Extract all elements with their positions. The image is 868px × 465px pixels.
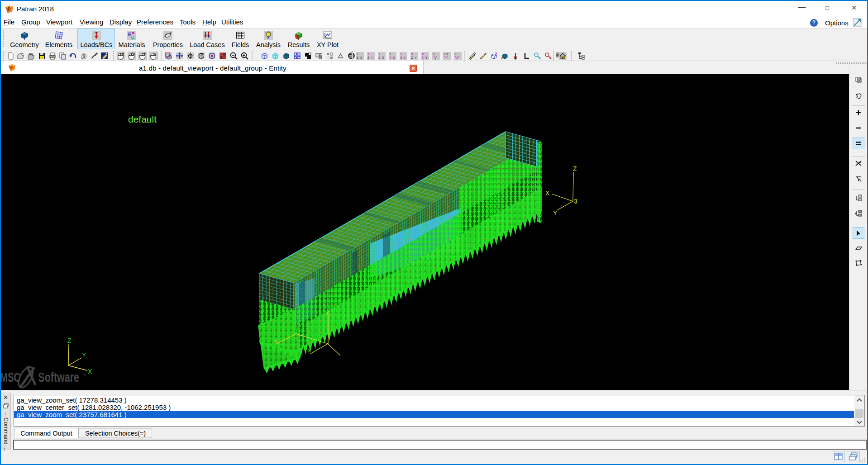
svg-text:X: X [393, 56, 395, 59]
svg-text:®: ® [83, 373, 86, 377]
svg-text:Software: Software [38, 369, 79, 385]
svg-text:MSC: MSC [0, 370, 20, 384]
svg-text:V: V [444, 52, 446, 56]
svg-text:⌕: ⌕ [154, 52, 156, 56]
svg-text:X: X [400, 56, 402, 59]
svg-text:default: default [128, 114, 157, 124]
svg-text:X: X [88, 368, 92, 375]
svg-text:Y: Y [415, 56, 417, 59]
svg-text:Y: Y [378, 52, 381, 56]
svg-text:P: P [10, 66, 13, 70]
svg-text:Z: Z [411, 56, 413, 59]
svg-text:X: X [411, 52, 413, 56]
svg-text:Z: Z [422, 56, 424, 59]
svg-text:Z: Z [573, 165, 577, 172]
svg-text:Y: Y [357, 52, 359, 56]
svg-text:Z: Z [378, 56, 381, 59]
svg-text:X: X [382, 56, 384, 59]
svg-text:✥: ✥ [121, 52, 124, 56]
svg-text:X: X [367, 52, 370, 56]
svg-text:3: 3 [574, 198, 577, 205]
svg-text:X: X [308, 348, 311, 353]
svg-text:↻: ↻ [132, 52, 135, 56]
svg-text:Y: Y [400, 52, 402, 56]
svg-text:X: X [274, 338, 278, 344]
svg-text:Z: Z [389, 52, 391, 56]
svg-text:X: X [446, 52, 448, 56]
svg-text:X: X [360, 56, 362, 59]
svg-text:E: E [128, 32, 131, 37]
svg-text:Y: Y [371, 56, 373, 59]
svg-text:Y: Y [553, 209, 558, 217]
svg-text:P: P [8, 7, 11, 12]
svg-text:V: V [454, 52, 457, 56]
svg-text:✛: ✛ [143, 52, 146, 56]
svg-text:Y: Y [425, 56, 428, 59]
svg-text:V: V [433, 52, 435, 56]
svg-text:Z: Z [404, 56, 406, 59]
svg-text:Z: Z [357, 56, 359, 59]
svg-text:X: X [422, 52, 424, 56]
svg-text:Y: Y [389, 56, 391, 59]
svg-text:Z: Z [67, 337, 72, 344]
svg-text:Z: Z [326, 310, 329, 315]
svg-text:Y: Y [82, 351, 86, 359]
svg-text:Z: Z [367, 56, 370, 59]
svg-text:X: X [545, 190, 550, 197]
